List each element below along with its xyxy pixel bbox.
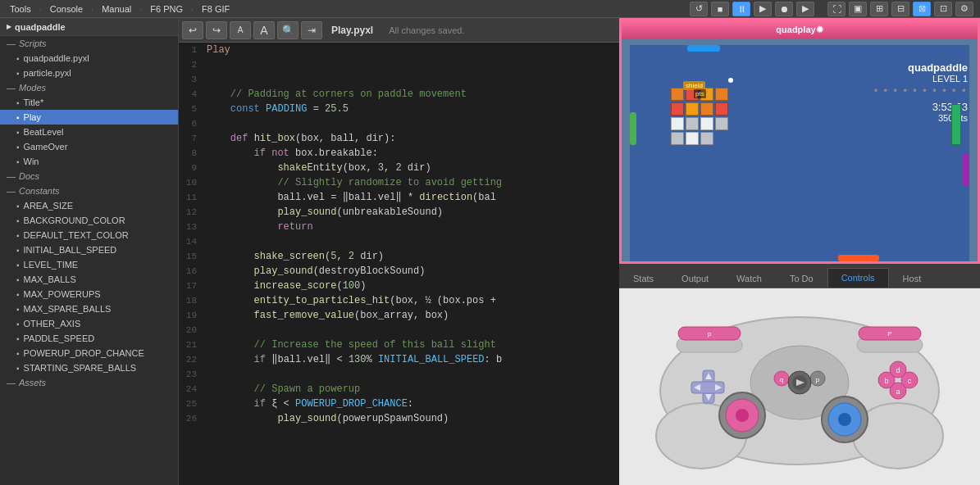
sidebar-item-initial-ball-speed[interactable]: ▪ INITIAL_BALL_SPEED	[0, 242, 178, 257]
svg-text:P: P	[887, 330, 891, 338]
f6-png-button[interactable]: F6 PNG	[147, 4, 186, 14]
docs-label: Docs	[19, 171, 39, 181]
window-button[interactable]: ▣	[849, 2, 867, 16]
line-num-25: 25	[179, 397, 203, 411]
settings-button[interactable]: ⚙	[955, 2, 973, 16]
line-num-8: 8	[179, 146, 203, 161]
tools-menu[interactable]: Tools	[7, 4, 34, 14]
code-line-15: 15 shake_screen(5, 2 dir)	[179, 249, 619, 264]
code-editor[interactable]: 1 Play 2 3 4 // Padding at corners on pa…	[179, 43, 619, 485]
tab-output[interactable]: Output	[668, 269, 722, 288]
svg-text:b: b	[884, 377, 888, 385]
code-line-6: 6	[179, 116, 619, 131]
line-num-18: 18	[179, 293, 203, 308]
sep4: ·	[191, 4, 194, 14]
sidebar-item-gameover[interactable]: ▪ GameOver	[0, 139, 178, 154]
play-button[interactable]: ▶	[796, 2, 814, 16]
sidebar-item-max-spare-balls[interactable]: ▪ MAX_SPARE_BALLS	[0, 301, 178, 316]
code-line-21: 21 // Increase the speed of this ball sl…	[179, 338, 619, 352]
sidebar-item-level-time[interactable]: ▪ LEVEL_TIME	[0, 257, 178, 272]
mode-title: Title*	[24, 97, 44, 107]
editor-status: All changes saved.	[382, 25, 471, 35]
sidebar-item-paddle-speed[interactable]: ▪ PADDLE_SPEED	[0, 331, 178, 346]
layout3-button[interactable]: ⊠	[913, 2, 931, 16]
sidebar-item-max-powerups[interactable]: ▪ MAX_POWERUPS	[0, 287, 178, 301]
line-content-4: // Padding at corners on paddle movement	[203, 87, 619, 102]
redo-button[interactable]: ↪	[206, 21, 227, 39]
sidebar-item-area-size[interactable]: ▪ AREA_SIZE	[0, 198, 178, 213]
line-content-26: play_sound(powerupSpawnSound)	[203, 411, 619, 426]
sep3: ·	[139, 4, 142, 14]
line-content-23	[203, 367, 619, 382]
console-menu[interactable]: Console	[47, 4, 86, 14]
code-line-14: 14	[179, 234, 619, 249]
sidebar-item-title[interactable]: ▪ Title*	[0, 95, 178, 110]
font-large-button[interactable]: A	[253, 21, 275, 39]
line-num-24: 24	[179, 382, 203, 397]
sidebar-item-other-axis[interactable]: ▪ OTHER_AXIS	[0, 316, 178, 331]
layout4-button[interactable]: ⊡	[934, 2, 952, 16]
zoom-button[interactable]: 🔍	[277, 21, 299, 39]
scripts-label: Scripts	[19, 39, 47, 48]
mode-icon-beatlevel: ▪	[16, 128, 20, 137]
step-button[interactable]: ▶	[754, 2, 772, 16]
sidebar-item-particle-pyxl[interactable]: ▪ particle.pyxl	[0, 66, 178, 80]
const-starting-spare: STARTING_SPARE_BALLS	[24, 363, 137, 373]
tab-watch[interactable]: Watch	[722, 269, 776, 288]
svg-text:p: p	[816, 376, 820, 383]
font-small-button[interactable]: A	[230, 21, 251, 39]
record-button[interactable]: ⏺	[775, 2, 793, 16]
sidebar-item-win[interactable]: ▪ Win	[0, 154, 178, 169]
stop-button[interactable]: ■	[711, 2, 729, 16]
layout1-button[interactable]: ⊞	[870, 2, 888, 16]
scripts-section: — Scripts	[0, 36, 178, 51]
tab-controls[interactable]: Controls	[827, 268, 889, 288]
svg-point-13	[838, 413, 851, 426]
code-line-26: 26 play_sound(powerupSpawnSound)	[179, 411, 619, 426]
sidebar-item-max-balls[interactable]: ▪ MAX_BALLS	[0, 272, 178, 287]
const-icon-10: ▪	[16, 334, 20, 343]
code-line-1: 1 Play	[179, 43, 619, 57]
code-line-5: 5 const PADDING = 25.5	[179, 102, 619, 116]
sidebar-item-play[interactable]: ▪ Play	[0, 110, 178, 125]
sidebar-item-starting-spare-balls[interactable]: ▪ STARTING_SPARE_BALLS	[0, 360, 178, 375]
svg-text:q: q	[780, 376, 783, 383]
fullscreen-button[interactable]: ⛶	[827, 2, 846, 16]
sidebar-item-quadpaddle-pyxl[interactable]: ▪ quadpaddle.pyxl	[0, 51, 178, 66]
project-icon: ▸	[7, 21, 11, 32]
line-content-19: fast_remove_value(box_array, box)	[203, 308, 619, 323]
tab-stats[interactable]: Stats	[619, 269, 668, 288]
pause-button[interactable]: ⏸	[732, 2, 750, 16]
const-level-time: LEVEL_TIME	[24, 260, 79, 270]
indent-button[interactable]: ⇥	[301, 21, 322, 39]
panel-tabs: Stats Output Watch To Do Controls Host	[619, 264, 980, 288]
undo-button[interactable]: ↩	[182, 21, 203, 39]
game-preview: quadplay✹ quadpaddle LEVEL 1 ● ● ● ● ● ●…	[619, 18, 980, 264]
f8-gif-button[interactable]: F8 GIF	[198, 4, 233, 14]
tab-todo[interactable]: To Do	[776, 269, 827, 288]
line-content-8: if not box.breakable:	[203, 146, 619, 161]
manual-menu[interactable]: Manual	[98, 4, 134, 14]
project-name: quadpaddle	[15, 22, 66, 32]
sidebar-item-bg-color[interactable]: ▪ BACKGROUND_COLOR	[0, 213, 178, 228]
game-canvas: quadpaddle LEVEL 1 ● ● ● ● ● ● ● ● ● ● 3…	[622, 39, 978, 261]
main-layout: ▸ quadpaddle — Scripts ▪ quadpaddle.pyxl…	[0, 18, 980, 485]
sidebar-item-default-text-color[interactable]: ▪ DEFAULT_TEXT_COLOR	[0, 228, 178, 242]
code-line-11: 11 ball.vel = ‖ball.vel‖ * direction(bal	[179, 190, 619, 205]
game-lives-dots: ● ● ● ● ● ● ● ● ● ●	[873, 86, 968, 94]
layout2-button[interactable]: ⊟	[891, 2, 909, 16]
mode-play: Play	[24, 112, 41, 122]
right-panel: quadplay✹ quadpaddle LEVEL 1 ● ● ● ● ● ●…	[619, 18, 980, 485]
restart-button[interactable]: ↺	[690, 2, 708, 16]
mode-icon-win: ▪	[16, 157, 20, 166]
const-max-balls: MAX_BALLS	[24, 274, 76, 284]
code-line-16: 16 play_sound(destroyBlockSound)	[179, 264, 619, 279]
code-line-25: 25 if ξ < POWERUP_DROP_CHANCE:	[179, 397, 619, 411]
sidebar-item-beatlevel[interactable]: ▪ BeatLevel	[0, 125, 178, 139]
line-content-5: const PADDING = 25.5	[203, 102, 619, 116]
sidebar-item-powerup-drop-chance[interactable]: ▪ POWERUP_DROP_CHANCE	[0, 346, 178, 360]
line-num-16: 16	[179, 264, 203, 279]
line-content-22: if ‖ball.vel‖ < 130% INITIAL_BALL_SPEED:…	[203, 352, 619, 367]
tab-host[interactable]: Host	[889, 269, 936, 288]
line-content-18: entity_to_particles_hit(box, ½ (box.pos …	[203, 293, 619, 308]
